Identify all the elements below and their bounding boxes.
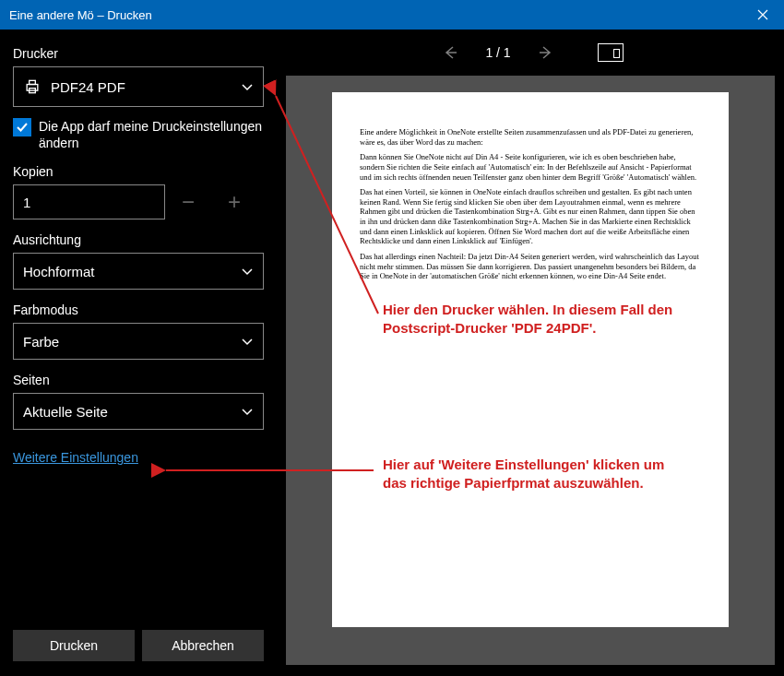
svg-rect-1 bbox=[30, 80, 36, 84]
print-preview-pane: 1 / 1 Eine andere Möglichkeit in OneNote… bbox=[277, 30, 784, 676]
window-titlebar: Eine andere Mö – Drucken bbox=[0, 0, 784, 30]
printer-icon bbox=[23, 77, 42, 96]
copies-decrement[interactable]: − bbox=[165, 184, 211, 219]
print-settings-panel: Drucker PDF24 PDF Die App darf meine Dru… bbox=[0, 30, 277, 676]
window-title: Eine andere Mö – Drucken bbox=[9, 8, 152, 22]
next-page-button[interactable] bbox=[533, 40, 559, 65]
printer-label: Drucker bbox=[13, 46, 264, 61]
color-label: Farbmodus bbox=[13, 302, 264, 317]
preview-toolbar: 1 / 1 bbox=[277, 30, 784, 76]
chevron-down-icon bbox=[241, 335, 254, 348]
chevron-down-icon bbox=[241, 405, 254, 418]
fullscreen-button[interactable] bbox=[598, 43, 624, 62]
color-value: Farbe bbox=[23, 334, 59, 350]
window-close-button[interactable] bbox=[742, 0, 784, 30]
chevron-down-icon bbox=[241, 80, 254, 93]
chevron-down-icon bbox=[241, 265, 254, 278]
printer-value: PDF24 PDF bbox=[51, 79, 125, 95]
more-settings-link[interactable]: Weitere Einstellungen bbox=[13, 450, 264, 465]
preview-page: Eine andere Möglichkeit in OneNote erste… bbox=[332, 92, 729, 627]
document-paragraph: Dann können Sie OneNote nicht auf Din A4… bbox=[360, 152, 701, 182]
pages-value: Aktuelle Seite bbox=[23, 404, 108, 420]
checkmark-icon bbox=[16, 121, 29, 134]
orientation-value: Hochformat bbox=[23, 264, 95, 279]
document-paragraph: Das hat allerdings einen Nachteil: Da je… bbox=[360, 252, 701, 281]
arrow-left-icon bbox=[442, 44, 458, 61]
copies-increment[interactable]: + bbox=[211, 184, 257, 219]
close-icon bbox=[757, 9, 768, 20]
document-paragraph: Eine andere Möglichkeit in OneNote erste… bbox=[360, 127, 701, 147]
annotation-text-1: Hier den Drucker wählen. In diesem Fall … bbox=[383, 301, 678, 338]
copies-label: Kopien bbox=[13, 164, 264, 179]
annotation-text-2: Hier auf 'Weitere Einstellungen' klicken… bbox=[383, 456, 687, 493]
app-settings-checkbox[interactable] bbox=[13, 118, 31, 136]
document-paragraph: Das hat einen Vorteil, sie können in One… bbox=[360, 187, 701, 246]
copies-input[interactable] bbox=[13, 184, 165, 219]
preview-area: Eine andere Möglichkeit in OneNote erste… bbox=[286, 76, 775, 665]
app-settings-checkbox-label: Die App darf meine Druckeinstellungen än… bbox=[39, 118, 264, 151]
orientation-label: Ausrichtung bbox=[13, 232, 264, 247]
prev-page-button[interactable] bbox=[437, 40, 463, 65]
arrow-right-icon bbox=[538, 44, 554, 61]
color-select[interactable]: Farbe bbox=[13, 323, 264, 360]
pages-label: Seiten bbox=[13, 373, 264, 387]
cancel-button[interactable]: Abbrechen bbox=[142, 630, 264, 661]
orientation-select[interactable]: Hochformat bbox=[13, 253, 264, 290]
pages-select[interactable]: Aktuelle Seite bbox=[13, 393, 264, 430]
svg-rect-0 bbox=[27, 85, 38, 91]
printer-select[interactable]: PDF24 PDF bbox=[13, 66, 264, 107]
page-indicator: 1 / 1 bbox=[485, 45, 510, 60]
print-button[interactable]: Drucken bbox=[13, 630, 135, 661]
